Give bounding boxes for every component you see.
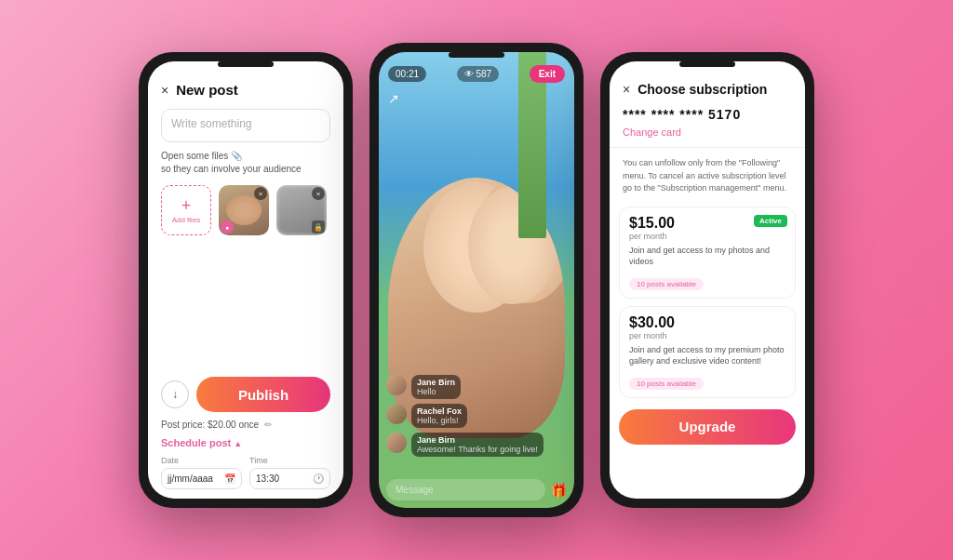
phone3-notch bbox=[679, 61, 735, 67]
plan1-period: per month bbox=[629, 232, 785, 241]
schedule-button[interactable]: Schedule post ▲ bbox=[148, 433, 343, 452]
p3-header: × Choose subscription bbox=[610, 61, 805, 104]
subscription-plan-2[interactable]: $30.00 per month Join and get access to … bbox=[619, 306, 796, 398]
exit-button[interactable]: Exit bbox=[530, 65, 565, 83]
chat-bubble-3: Jane Birn Awesome! Thanks for going live… bbox=[411, 433, 544, 457]
chat-message-1: Jane Birn Hello bbox=[386, 375, 567, 399]
thumbnail-2-remove[interactable]: × bbox=[312, 187, 325, 200]
upgrade-button[interactable]: Upgrade bbox=[619, 409, 796, 445]
add-files-label: Add files bbox=[172, 216, 201, 224]
eye-icon: 👁 bbox=[464, 69, 474, 79]
price-row: Post price: $20.00 once ✏ bbox=[148, 418, 343, 433]
lock-icon: 🔒 bbox=[312, 220, 325, 233]
chat-avatar-2 bbox=[386, 404, 407, 424]
chat-avatar-3 bbox=[386, 433, 407, 453]
time-label: Time bbox=[249, 456, 330, 465]
plan2-description: Join and get access to my premium photo … bbox=[629, 344, 785, 367]
p3-title: Choose subscription bbox=[638, 82, 767, 97]
chat-username-2: Rachel Fox bbox=[417, 407, 462, 416]
chat-username-3: Jane Birn bbox=[417, 435, 538, 445]
date-group: Date jj/mm/aaaa 📅 bbox=[161, 456, 242, 489]
divider bbox=[610, 147, 805, 148]
subscription-plan-1: $15.00 per month Active Join and get acc… bbox=[619, 207, 796, 299]
subscription-notice: You can unfollow only from the "Followin… bbox=[610, 152, 805, 203]
price-text: Post price: $20.00 once bbox=[161, 420, 259, 430]
plan1-active-badge: Active bbox=[754, 215, 787, 227]
phone-live-stream: 00:21 👁 587 Exit ↗ Jane Birn Hello bbox=[369, 43, 584, 517]
thumbnail-1-remove[interactable]: × bbox=[254, 187, 267, 200]
file-icon: 📎 bbox=[231, 150, 242, 163]
date-label: Date bbox=[161, 456, 242, 465]
plan2-price: $30.00 bbox=[629, 314, 785, 331]
time-group: Time 13:30 🕐 bbox=[249, 456, 330, 489]
change-card-button[interactable]: Change card bbox=[610, 125, 805, 143]
p1-attachments-row: + Add files × ● × 🔒 bbox=[148, 181, 343, 243]
share-icon[interactable]: ↗ bbox=[388, 91, 399, 106]
card-number-row: **** **** **** 5170 bbox=[610, 104, 805, 125]
chat-text-1: Hello bbox=[417, 387, 455, 396]
plan2-posts-badge: 10 posts available bbox=[629, 378, 704, 390]
p1-close-button[interactable]: × bbox=[161, 83, 168, 98]
chat-overlay: Jane Birn Hello Rachel Fox Hello, girls! bbox=[386, 375, 567, 461]
chat-bubble-2: Rachel Fox Hello, girls! bbox=[411, 404, 467, 428]
chat-message-2: Rachel Fox Hello, girls! bbox=[386, 404, 567, 428]
avatar-image-1 bbox=[386, 375, 407, 395]
message-input[interactable]: Message bbox=[386, 479, 545, 500]
p1-text-input[interactable]: Write something bbox=[161, 109, 330, 142]
message-input-bar: Message 🎁 bbox=[386, 479, 567, 500]
add-files-button[interactable]: + Add files bbox=[161, 185, 211, 235]
stream-time: 00:21 bbox=[388, 66, 426, 82]
p1-files-description: Open some files 📎 so they can involve yo… bbox=[148, 148, 343, 181]
clock-icon: 🕐 bbox=[313, 473, 324, 484]
stream-views: 👁 587 bbox=[457, 66, 500, 82]
stream-stats-bar: 00:21 👁 587 Exit bbox=[388, 65, 565, 83]
chat-message-3: Jane Birn Awesome! Thanks for going live… bbox=[386, 433, 567, 457]
message-placeholder: Message bbox=[396, 485, 434, 495]
thumbnail-1: × ● bbox=[219, 185, 269, 235]
plan1-posts-badge: 10 posts available bbox=[629, 278, 704, 290]
p1-title: New post bbox=[176, 82, 238, 98]
date-input[interactable]: jj/mm/aaaa 📅 bbox=[161, 468, 242, 489]
p1-header: × New post bbox=[148, 61, 343, 105]
chat-text-3: Awesome! Thanks for going live! bbox=[417, 445, 538, 454]
thumbnail-1-badge: ● bbox=[221, 220, 234, 233]
chat-avatar-1 bbox=[386, 375, 407, 395]
phone-subscription: × Choose subscription **** **** **** 517… bbox=[600, 52, 814, 508]
p3-close-button[interactable]: × bbox=[623, 82, 630, 97]
plan1-description: Join and get access to my photos and vid… bbox=[629, 245, 785, 268]
phone-new-post: × New post Write something Open some fil… bbox=[139, 52, 353, 508]
download-button[interactable]: ↓ bbox=[161, 380, 189, 408]
avatar-image-2 bbox=[386, 404, 407, 424]
instagram-icon: ● bbox=[225, 224, 229, 231]
down-arrow-icon: ↓ bbox=[172, 388, 178, 401]
chat-bubble-1: Jane Birn Hello bbox=[411, 375, 461, 399]
phone2-screen: 00:21 👁 587 Exit ↗ Jane Birn Hello bbox=[379, 52, 574, 508]
phone2-notch bbox=[449, 52, 504, 58]
phones-container: × New post Write something Open some fil… bbox=[139, 43, 814, 517]
phone3-screen: × Choose subscription **** **** **** 517… bbox=[610, 61, 805, 499]
spacer bbox=[148, 243, 343, 371]
plan2-period: per month bbox=[629, 331, 785, 340]
phone1-screen: × New post Write something Open some fil… bbox=[148, 61, 343, 499]
phone-notch bbox=[218, 61, 274, 67]
chat-username-1: Jane Birn bbox=[417, 378, 455, 387]
calendar-icon: 📅 bbox=[224, 473, 235, 484]
avatar-image-3 bbox=[386, 433, 407, 453]
plus-icon: + bbox=[181, 197, 192, 214]
time-input[interactable]: 13:30 🕐 bbox=[249, 468, 330, 489]
card-number: **** **** **** 5170 bbox=[623, 107, 741, 122]
gift-icon[interactable]: 🎁 bbox=[551, 483, 567, 498]
chevron-up-icon: ▲ bbox=[234, 439, 242, 448]
publish-row: ↓ Publish bbox=[148, 371, 343, 418]
thumbnail-2: × 🔒 bbox=[276, 185, 327, 235]
datetime-row: Date jj/mm/aaaa 📅 Time 13:30 🕐 bbox=[148, 452, 343, 499]
edit-icon[interactable]: ✏ bbox=[264, 420, 272, 430]
chat-text-2: Hello, girls! bbox=[417, 416, 462, 425]
publish-button[interactable]: Publish bbox=[196, 377, 330, 412]
